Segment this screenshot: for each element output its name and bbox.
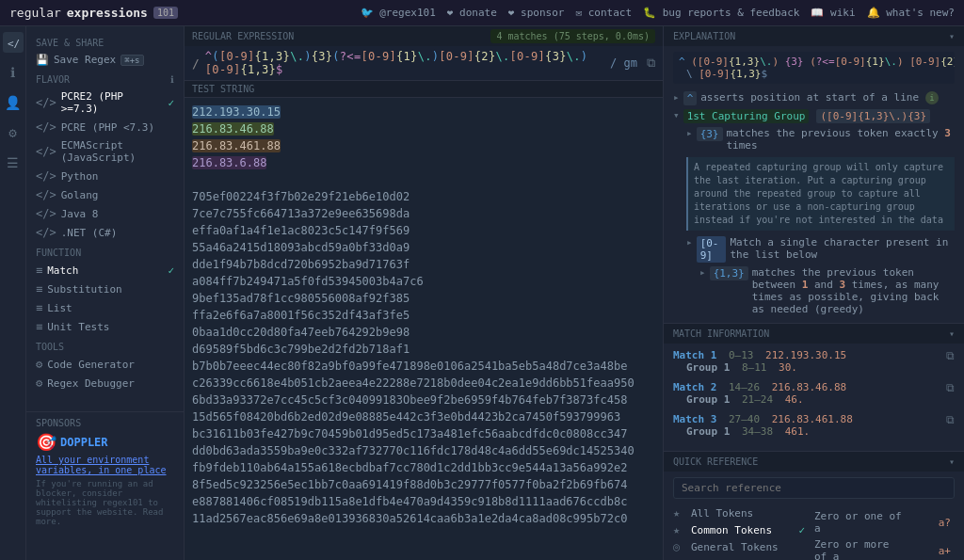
explanation-collapse-icon[interactable]: ▾: [949, 31, 955, 41]
match-info-collapse-icon[interactable]: ▾: [949, 328, 955, 339]
quick-ref-category-list: ★ All Tokens ★ Common Tokens ✓ ◎ General…: [673, 504, 805, 560]
save-shortcut: ⌘+s: [120, 55, 143, 66]
quick-ref-content: ★ All Tokens ★ Common Tokens ✓ ◎ General…: [664, 472, 964, 560]
test-line-14: 0baa1d0cc20d80fa47eeb764292b9e98: [192, 324, 655, 341]
qr-token-row[interactable]: Zero or more of aa+: [811, 536, 955, 560]
exp-group-content: ▸ {3} matches the previous token exactly…: [673, 125, 955, 317]
flavor-ecmascript[interactable]: </> ECMAScript (JavaScript): [26, 136, 184, 167]
match-info-header[interactable]: MATCH INFORMATION ▾: [664, 324, 964, 344]
flavor-python[interactable]: </> Python: [26, 167, 184, 185]
bug-link[interactable]: 🐛 bug reports & feedback: [643, 7, 799, 19]
explanation-header[interactable]: EXPLANATION ▾: [664, 26, 964, 46]
whats-new-link[interactable]: 🔔 what's new?: [867, 7, 955, 19]
exp-text-anchor: asserts position at start of a line: [700, 91, 919, 104]
qr-cat-anchors[interactable]: ⚓ Anchors: [673, 555, 805, 560]
tools-label: TOOLS: [26, 336, 184, 355]
regex-display[interactable]: ^([0-9]{1,3}\.){3}(?<=[0-9]{1}\.)[0-9]{2…: [205, 50, 601, 76]
test-line-25: 11ad2567eac856e69a8e013936830a52614caa6b…: [192, 510, 655, 527]
quick-ref-section: QUICK REFERENCE ▾ ★ All Tokens ★: [664, 452, 964, 560]
test-line-21: dd0bd63ada3559ba9e0c332af732770c116fdc17…: [192, 442, 655, 459]
save-icon: 💾: [36, 54, 49, 66]
sponsor-link[interactable]: ❤ sponsor: [508, 7, 565, 19]
exp-code-charset: [0-9]: [697, 236, 727, 263]
test-content[interactable]: 212.193.30.15 216.83.46.88 216.83.461.88…: [185, 98, 663, 560]
flavor-golang[interactable]: </> Golang: [26, 185, 184, 204]
wiki-link[interactable]: 📖 wiki: [811, 7, 855, 19]
sidebar-icon-settings[interactable]: ⚙: [3, 122, 24, 143]
sidebar-icon-info[interactable]: ℹ: [3, 62, 24, 83]
test-line-18: 6bd33a93372e7cc45c5cf3c04099183Obee9f2be…: [192, 392, 655, 408]
topbar: regular expressions 101 🐦 @regex101 ❤ do…: [0, 0, 964, 26]
copy-match-2-button[interactable]: ⧉: [946, 381, 955, 394]
function-label: FUNCTION: [26, 242, 184, 261]
copy-match-3-button[interactable]: ⧉: [946, 413, 955, 426]
topbar-brand: regular expressions 101: [9, 6, 178, 20]
sponsor-name[interactable]: DOPPLER: [60, 436, 108, 449]
function-list[interactable]: ≡ List: [26, 298, 184, 317]
anchor-info-icon[interactable]: i: [925, 91, 939, 104]
test-line-8: effa0af1a4f1e1ac8023c5c147f9f569: [192, 222, 655, 239]
contact-link[interactable]: ✉ contact: [575, 7, 632, 19]
test-icon: ≡: [36, 320, 42, 333]
qr-cat-common-tokens[interactable]: ★ Common Tokens ✓: [673, 521, 805, 538]
match-info-section: MATCH INFORMATION ▾ ⧉ Match 1 0–13 212.1…: [664, 324, 964, 452]
copy-match-1-button[interactable]: ⧉: [946, 349, 955, 362]
match-3-range: 27–40: [729, 413, 760, 425]
tool-code-generator[interactable]: ⚙ Code Generator: [26, 355, 184, 374]
match-2-range: 14–26: [729, 381, 760, 393]
exp-code-group: 1st Capturing Group: [683, 109, 810, 123]
test-line-20: bc31611b03fe427b9c70459b01d95ed5c173a481…: [192, 425, 655, 442]
match-2-group-1: Group 1 21–24 46.: [673, 393, 955, 406]
sidebar-icon-regex[interactable]: </>: [3, 32, 24, 53]
save-share-label: SAVE & SHARE: [26, 32, 184, 51]
match-block-1: ⧉ Match 1 0–13 212.193.30.15 Group 1 8–1…: [673, 349, 955, 374]
flavor-java[interactable]: </> Java 8: [26, 204, 184, 223]
flavor-pcre[interactable]: </> PCRE (PHP <7.3): [26, 118, 184, 136]
function-unit-tests[interactable]: ≡ Unit Tests: [26, 317, 184, 336]
copy-regex-button[interactable]: ⧉: [647, 56, 655, 71]
match-1-range: 0–13: [729, 349, 754, 361]
function-substitution[interactable]: ≡ Substitution: [26, 280, 184, 298]
exp-text-repeat: matches the previous token exactly 3 tim…: [727, 127, 956, 152]
save-regex-button[interactable]: 💾 Save Regex ⌘+s: [26, 51, 184, 69]
test-line-23: 8f5ed5c923256e5ec1bb7c0aa691419f88d0b3c2…: [192, 476, 655, 493]
quick-ref-collapse-icon[interactable]: ▾: [949, 456, 955, 467]
list-icon: ≡: [36, 301, 42, 314]
exp-capturing-group: ▾ 1st Capturing Group ([0-9]{1,3}\.){3}: [673, 107, 955, 125]
test-line-6: 705ef00224f3f7b02e29f21eb6e10d02: [192, 188, 655, 205]
twitter-link[interactable]: 🐦 @regex101: [361, 7, 436, 19]
match-2-value: 216.83.46.88: [772, 381, 846, 393]
flavor-dotnet[interactable]: </> .NET (C#): [26, 223, 184, 242]
match-3-group-1: Group 1 34–38 461.: [673, 425, 955, 438]
qr-cat-all-tokens[interactable]: ★ All Tokens: [673, 504, 805, 521]
test-line-2: 216.83.46.88: [192, 120, 655, 137]
tool-regex-debugger[interactable]: ⚙ Regex Debugger: [26, 374, 184, 392]
qr-token-row[interactable]: Zero or one of aa?: [811, 508, 955, 536]
general-tokens-icon: ◎: [673, 540, 686, 553]
function-match[interactable]: ≡ Match ✓: [26, 261, 184, 280]
qr-cat-general-tokens[interactable]: ◎ General Tokens: [673, 538, 805, 555]
all-tokens-icon: ★: [673, 506, 686, 520]
flavor-pcre2[interactable]: </> PCRE2 (PHP >=7.3) ✓: [26, 88, 184, 118]
pcre2-check: ✓: [168, 97, 174, 109]
match-block-2: ⧉ Match 2 14–26 216.83.46.88 Group 1 21–…: [673, 381, 955, 406]
test-area: TEST STRING 212.193.30.15 216.83.46.88 2…: [185, 81, 663, 560]
test-header: TEST STRING: [185, 81, 663, 98]
common-tokens-check: ✓: [798, 524, 805, 536]
flavor-info-icon[interactable]: ℹ: [170, 74, 174, 85]
sidebar-icon-user[interactable]: 👤: [3, 92, 24, 113]
test-line-16: b7b0b7eeec44ec80f82a9bf0a99fe471898e0106…: [192, 358, 655, 375]
quick-ref-header[interactable]: QUICK REFERENCE ▾: [664, 452, 964, 472]
donate-link[interactable]: ❤ donate: [447, 7, 497, 19]
sponsor-tagline[interactable]: All your environment variables, in one p…: [36, 455, 174, 475]
pcre-icon: </>: [36, 120, 56, 134]
sidebar-icon-menu[interactable]: ☰: [3, 152, 24, 173]
quick-ref-search[interactable]: [673, 477, 955, 499]
exp-code-repeat: {3}: [697, 127, 723, 141]
exp-collapse-group[interactable]: ▾: [673, 109, 680, 121]
exp-collapse-anchor[interactable]: ▸: [673, 91, 680, 104]
match-block-3: ⧉ Match 3 27–40 216.83.461.88 Group 1 34…: [673, 413, 955, 438]
regex-label: REGULAR EXPRESSION: [192, 31, 294, 41]
test-line-10: dde1f94b7b8dcd720b6952ba9d71763f: [192, 256, 655, 273]
exp-code-anchor: ^: [683, 91, 698, 105]
